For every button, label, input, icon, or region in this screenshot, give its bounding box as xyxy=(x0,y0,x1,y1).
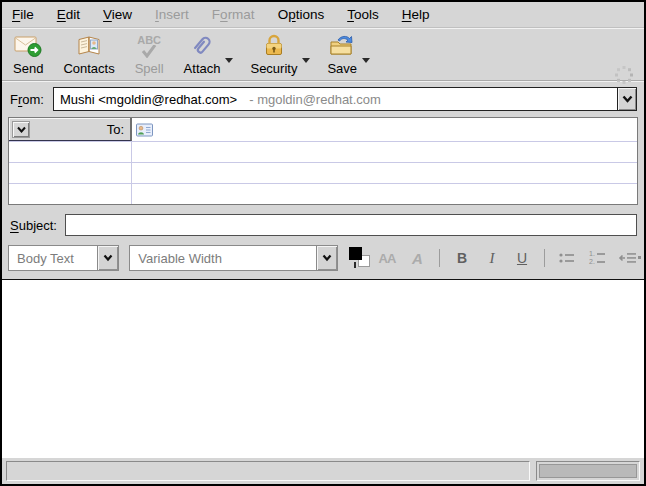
send-button[interactable]: Send xyxy=(10,32,46,76)
send-icon xyxy=(13,32,43,60)
menu-format: Format xyxy=(212,7,255,22)
activity-throbber-icon xyxy=(614,65,634,85)
chevron-down-icon xyxy=(17,126,26,133)
from-identity-select[interactable]: Mushi <mgoldin@redhat.com> - mgoldin@red… xyxy=(53,87,637,111)
menu-view[interactable]: View xyxy=(103,7,132,22)
recipient-type-label: To: xyxy=(30,122,124,137)
increase-font-size-button: A xyxy=(402,245,432,271)
contact-card-icon xyxy=(136,123,153,137)
font-face-select[interactable]: Variable Width xyxy=(129,245,338,271)
spell-button: ABC Spell xyxy=(132,32,167,76)
spell-check-icon: ABC xyxy=(137,32,161,60)
recipient-type-button[interactable]: To: xyxy=(9,118,132,141)
from-identity-value: Mushi <mgoldin@redhat.com> xyxy=(60,92,237,107)
subject-input[interactable] xyxy=(65,214,637,236)
recipient-address-input[interactable] xyxy=(157,121,637,139)
menu-bar: File Edit View Insert Format Options Too… xyxy=(2,2,644,28)
from-label: From: xyxy=(10,92,44,107)
chevron-down-icon xyxy=(622,95,633,103)
save-folder-icon xyxy=(328,32,356,60)
underline-button[interactable]: U xyxy=(507,245,537,271)
bold-button[interactable]: B xyxy=(447,245,477,271)
from-identity-detail: - mgoldin@redhat.com xyxy=(249,92,381,107)
from-dropdown-button[interactable] xyxy=(617,88,636,110)
menu-tools[interactable]: Tools xyxy=(347,7,379,22)
menu-edit[interactable]: Edit xyxy=(57,7,80,22)
subject-row: Subject: xyxy=(2,205,644,241)
paragraph-style-dropdown-button[interactable] xyxy=(97,246,118,270)
message-body-editor[interactable] xyxy=(2,279,644,458)
save-button[interactable]: Save xyxy=(324,32,360,76)
paperclip-icon xyxy=(189,32,215,60)
text-color-picker[interactable] xyxy=(348,246,372,270)
menu-insert: Insert xyxy=(155,7,189,22)
attach-dropdown-arrow-icon[interactable] xyxy=(225,58,233,63)
contacts-icon xyxy=(75,32,103,60)
menu-options[interactable]: Options xyxy=(278,7,325,22)
progress-panel xyxy=(536,461,640,481)
format-toolbar: Body Text Variable Width AA A B I U xyxy=(2,241,644,275)
address-row-empty[interactable] xyxy=(9,141,637,162)
from-row: From: Mushi <mgoldin@redhat.com> - mgold… xyxy=(2,82,644,115)
paragraph-style-select[interactable]: Body Text xyxy=(8,245,119,271)
menu-help[interactable]: Help xyxy=(402,7,430,22)
italic-button[interactable]: I xyxy=(477,245,507,271)
outdent-icon xyxy=(618,251,637,265)
security-button[interactable]: Security xyxy=(247,32,300,76)
subject-label: Subject: xyxy=(10,218,57,233)
foreground-color-swatch[interactable] xyxy=(349,247,362,260)
decrease-font-size-button: AA xyxy=(372,245,402,271)
status-bar xyxy=(2,458,644,484)
compose-window: File Edit View Insert Format Options Too… xyxy=(0,0,646,486)
address-row-empty[interactable] xyxy=(9,183,637,204)
toolbar-overflow-indicator xyxy=(638,256,641,259)
numbered-list-icon: 1. 2. xyxy=(589,251,605,265)
chevron-down-icon xyxy=(103,254,113,262)
bullet-list-button[interactable] xyxy=(552,245,582,271)
save-dropdown-arrow-icon[interactable] xyxy=(362,58,370,63)
address-row-empty[interactable] xyxy=(9,162,637,183)
menu-file[interactable]: File xyxy=(12,7,34,22)
bullet-list-icon xyxy=(558,251,576,265)
progress-meter xyxy=(539,464,637,478)
main-toolbar: Send Contacts xyxy=(2,28,644,80)
addressing-widget: To: xyxy=(8,117,638,205)
lock-icon xyxy=(262,32,286,60)
font-face-dropdown-button[interactable] xyxy=(316,246,337,270)
attach-button[interactable]: Attach xyxy=(181,32,224,76)
recipient-type-dropdown-button[interactable] xyxy=(12,121,30,138)
chevron-down-icon xyxy=(322,254,332,262)
security-dropdown-arrow-icon[interactable] xyxy=(302,58,310,63)
contacts-button[interactable]: Contacts xyxy=(60,32,117,76)
numbered-list-button[interactable]: 1. 2. xyxy=(582,245,612,271)
status-text-panel xyxy=(6,461,530,481)
recipient-row: To: xyxy=(9,118,637,141)
